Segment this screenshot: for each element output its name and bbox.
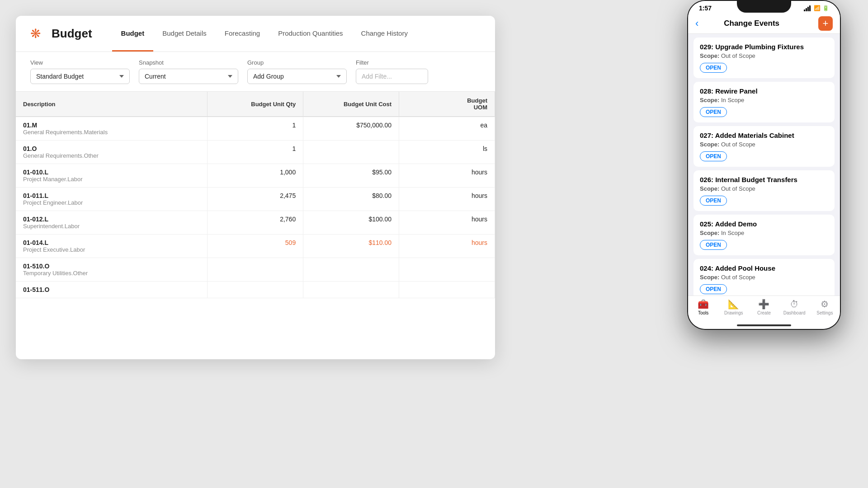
signal-bars-icon — [804, 5, 811, 11]
battery-icon: 🔋 — [822, 5, 829, 11]
event-title: 028: Rewire Panel — [700, 87, 828, 95]
row-desc: General Requirements.Materials — [23, 129, 200, 136]
event-title: 024: Added Pool House — [700, 264, 828, 272]
cell-cost: $95.00 — [303, 164, 399, 188]
filter-group: Filter Add Filte... — [356, 59, 428, 84]
cell-description: 01.OGeneral Requirements.Other — [16, 141, 208, 164]
app-header: ❋ Budget BudgetBudget DetailsForecasting… — [16, 16, 495, 52]
cell-uom: hours — [399, 164, 495, 188]
event-scope: Scope: In Scope — [700, 230, 828, 236]
col-header-description: Description — [16, 92, 208, 117]
phone: 1:57 📶 🔋 ‹ Change Events + 029: Upgrade … — [687, 0, 841, 330]
app-logo-icon: ❋ — [30, 26, 41, 41]
phone-tab-label-dashboard: Dashboard — [783, 310, 806, 315]
table-body: 01.MGeneral Requirements.Materials1$750,… — [16, 117, 495, 298]
cell-description: 01-010.LProject Manager.Labor — [16, 164, 208, 188]
row-code: 01-010.L — [23, 169, 200, 176]
tab-budget[interactable]: Budget — [112, 16, 154, 52]
group-select[interactable]: Add Group — [247, 69, 347, 84]
row-code: 01-511.O — [23, 286, 200, 293]
row-desc: Temporary Utilities.Other — [23, 270, 200, 277]
tab-production-quantities[interactable]: Production Quantities — [269, 16, 352, 52]
table-row: 01-011.LProject Engineer.Labor2,475$80.0… — [16, 188, 495, 211]
phone-home-indicator — [688, 323, 840, 329]
cell-qty: 1,000 — [208, 164, 303, 188]
phone-nav-title: Change Events — [689, 19, 814, 28]
row-code: 01.M — [23, 122, 200, 129]
table-row: 01-510.OTemporary Utilities.Other — [16, 258, 495, 282]
cell-uom — [399, 258, 495, 282]
view-label: View — [30, 59, 130, 66]
phone-tab-dashboard[interactable]: ⏱ Dashboard — [781, 299, 808, 315]
change-event-card-024: 024: Added Pool House Scope: Out of Scop… — [693, 259, 835, 296]
phone-tab-label-create: Create — [757, 310, 771, 315]
snapshot-label: Snapshot — [139, 59, 238, 66]
event-scope: Scope: Out of Scope — [700, 52, 828, 59]
phone-screen: 1:57 📶 🔋 ‹ Change Events + 029: Upgrade … — [688, 1, 840, 329]
event-badge-open[interactable]: OPEN — [700, 284, 727, 294]
event-badge-open[interactable]: OPEN — [700, 63, 727, 73]
event-scope: Scope: Out of Scope — [700, 185, 828, 192]
cell-uom: hours — [399, 235, 495, 258]
phone-tab-icon-settings: ⚙ — [821, 299, 829, 310]
col-header-budget-unit-cost: Budget Unit Cost — [303, 92, 399, 117]
row-desc: Project Engineer.Labor — [23, 199, 200, 206]
cell-cost — [303, 141, 399, 164]
cell-cost: $80.00 — [303, 188, 399, 211]
group-group: Group Add Group — [247, 59, 347, 84]
table-row: 01-012.LSuperintendent.Labor2,760$100.00… — [16, 211, 495, 235]
nav-tabs: BudgetBudget DetailsForecastingProductio… — [112, 16, 417, 52]
table-row: 01.OGeneral Requirements.Other1ls — [16, 141, 495, 164]
filter-select[interactable]: Add Filte... — [356, 69, 428, 84]
event-scope: Scope: Out of Scope — [700, 141, 828, 148]
cell-qty: 509 — [208, 235, 303, 258]
phone-tab-create[interactable]: ➕ Create — [750, 299, 778, 315]
table-row: 01-010.LProject Manager.Labor1,000$95.00… — [16, 164, 495, 188]
phone-tab-tools[interactable]: 🧰 Tools — [690, 299, 717, 315]
cell-description: 01-012.LSuperintendent.Labor — [16, 211, 208, 235]
event-badge-open[interactable]: OPEN — [700, 107, 727, 117]
cell-uom: ls — [399, 141, 495, 164]
row-desc: Project Manager.Labor — [23, 176, 200, 183]
status-time: 1:57 — [699, 5, 712, 12]
snapshot-value: Current — [145, 73, 166, 80]
phone-notch — [737, 0, 791, 13]
cell-qty — [208, 282, 303, 298]
cell-cost — [303, 258, 399, 282]
tab-forecasting[interactable]: Forecasting — [216, 16, 269, 52]
event-title: 025: Added Demo — [700, 220, 828, 228]
cell-qty: 1 — [208, 117, 303, 141]
cell-qty: 1 — [208, 141, 303, 164]
event-title: 027: Added Materials Cabinet — [700, 131, 828, 139]
app-title: Budget — [52, 27, 92, 41]
cell-uom: hours — [399, 211, 495, 235]
toolbar: View Standard Budget Snapshot Current Gr… — [16, 52, 495, 92]
event-scope: Scope: Out of Scope — [700, 274, 828, 281]
cell-qty: 2,475 — [208, 188, 303, 211]
view-select[interactable]: Standard Budget — [30, 69, 130, 84]
col-header-budget-uom: BudgetUOM — [399, 92, 495, 117]
row-desc: Superintendent.Labor — [23, 223, 200, 230]
filter-placeholder: Add Filte... — [362, 73, 392, 80]
cell-cost: $100.00 — [303, 211, 399, 235]
event-badge-open[interactable]: OPEN — [700, 240, 727, 250]
table-row: 01.MGeneral Requirements.Materials1$750,… — [16, 117, 495, 141]
desktop-app: ❋ Budget BudgetBudget DetailsForecasting… — [16, 16, 495, 359]
change-event-card-027: 027: Added Materials Cabinet Scope: Out … — [693, 126, 835, 167]
phone-tab-label-drawings: Drawings — [724, 310, 743, 315]
home-bar — [737, 324, 791, 326]
phone-tab-settings[interactable]: ⚙ Settings — [811, 299, 838, 315]
phone-tab-label-settings: Settings — [816, 310, 833, 315]
tab-budget-details[interactable]: Budget Details — [153, 16, 216, 52]
tab-change-history[interactable]: Change History — [352, 16, 417, 52]
cell-description: 01.MGeneral Requirements.Materials — [16, 117, 208, 141]
phone-tab-drawings[interactable]: 📐 Drawings — [720, 299, 747, 315]
event-title: 029: Upgrade Plumbing Fixtures — [700, 43, 828, 51]
snapshot-group: Snapshot Current — [139, 59, 238, 84]
event-badge-open[interactable]: OPEN — [700, 151, 727, 161]
event-badge-open[interactable]: OPEN — [700, 196, 727, 206]
table-header: Description Budget Unit Qty Budget Unit … — [16, 92, 495, 117]
snapshot-select[interactable]: Current — [139, 69, 238, 84]
phone-add-button[interactable]: + — [818, 16, 833, 31]
budget-table: Description Budget Unit Qty Budget Unit … — [16, 92, 495, 298]
